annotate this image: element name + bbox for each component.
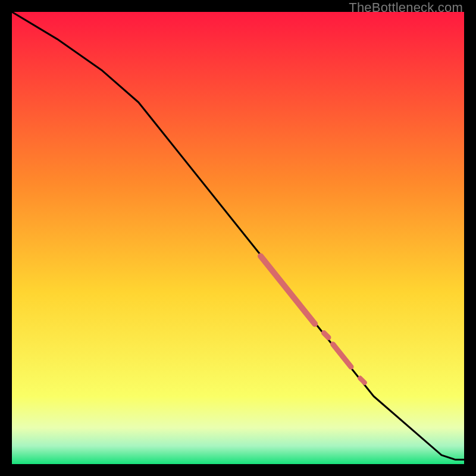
watermark-text: TheBottleneck.com [349, 0, 463, 15]
chart-container: TheBottleneck.com [0, 0, 476, 476]
dot-1 [324, 333, 328, 338]
dot-2 [360, 378, 365, 383]
gradient-background [12, 12, 464, 464]
bottleneck-chart [12, 12, 464, 464]
